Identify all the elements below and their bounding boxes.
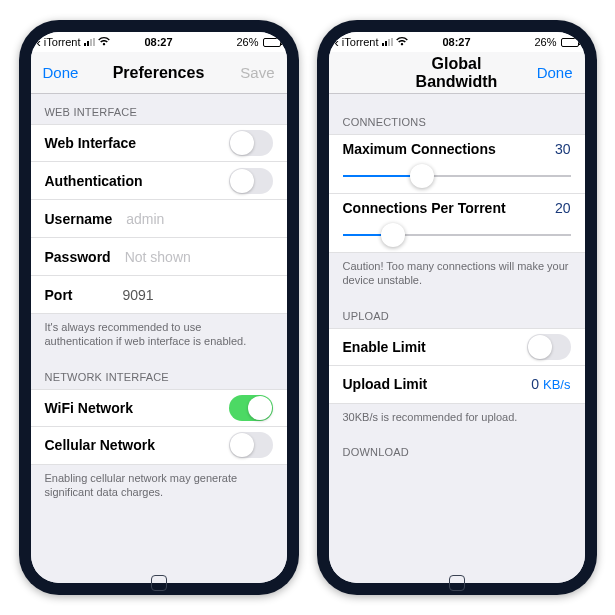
row-port[interactable]: Port 9091 bbox=[31, 276, 287, 314]
back-caret-icon: ‹ bbox=[37, 35, 41, 50]
upload-limit-value: 0 bbox=[531, 376, 539, 392]
status-app-name: iTorrent bbox=[342, 36, 379, 48]
wifi-icon bbox=[396, 37, 408, 48]
status-app-name: iTorrent bbox=[44, 36, 81, 48]
back-caret-icon: ‹ bbox=[335, 35, 339, 50]
port-field[interactable]: 9091 bbox=[123, 287, 154, 303]
nav-bar: Done Preferences Save bbox=[31, 52, 287, 94]
status-bar: ‹ iTorrent 08:27 26% bbox=[31, 32, 287, 52]
phone-frame-right: ‹ iTorrent 08:27 26% Global Bandwidth Do… bbox=[317, 20, 597, 595]
section-header-download: DOWNLOAD bbox=[329, 434, 585, 458]
row-web-interface: Web Interface bbox=[31, 124, 287, 162]
wifi-icon bbox=[98, 37, 110, 48]
row-enable-limit: Enable Limit bbox=[329, 328, 585, 366]
content-area: WEB INTERFACE Web Interface Authenticati… bbox=[31, 94, 287, 583]
phone-frame-left: ‹ iTorrent 08:27 26% Done Preferences Sa… bbox=[19, 20, 299, 595]
row-authentication: Authentication bbox=[31, 162, 287, 200]
battery-percent: 26% bbox=[236, 36, 258, 48]
username-field[interactable]: admin bbox=[126, 211, 164, 227]
section-header-upload: UPLOAD bbox=[329, 298, 585, 328]
conn-per-torrent-value: 20 bbox=[555, 200, 571, 216]
home-button[interactable] bbox=[446, 585, 468, 593]
section-header-connections: CONNECTIONS bbox=[329, 94, 585, 134]
max-connections-label: Maximum Connections bbox=[343, 141, 555, 157]
signal-icon bbox=[382, 38, 393, 46]
max-connections-slider[interactable] bbox=[343, 163, 571, 189]
upload-limit-label: Upload Limit bbox=[343, 376, 532, 392]
wifi-toggle[interactable] bbox=[229, 395, 273, 421]
status-bar: ‹ iTorrent 08:27 26% bbox=[329, 32, 585, 52]
nav-bar: Global Bandwidth Done bbox=[329, 52, 585, 94]
web-footer: It's always recommended to use authentic… bbox=[31, 314, 287, 359]
signal-icon bbox=[84, 38, 95, 46]
row-username[interactable]: Username admin bbox=[31, 200, 287, 238]
web-interface-label: Web Interface bbox=[45, 135, 229, 151]
done-button[interactable]: Done bbox=[43, 64, 93, 81]
home-button[interactable] bbox=[148, 585, 170, 593]
row-password[interactable]: Password Not shown bbox=[31, 238, 287, 276]
screen-right: ‹ iTorrent 08:27 26% Global Bandwidth Do… bbox=[329, 32, 585, 583]
password-label: Password bbox=[45, 249, 111, 265]
web-interface-toggle[interactable] bbox=[229, 130, 273, 156]
conn-per-torrent-label: Connections Per Torrent bbox=[343, 200, 555, 216]
port-label: Port bbox=[45, 287, 73, 303]
page-title: Global Bandwidth bbox=[391, 55, 523, 91]
battery-percent: 26% bbox=[534, 36, 556, 48]
connections-footer: Caution! Too many connections will make … bbox=[329, 253, 585, 298]
row-conn-per-torrent: Connections Per Torrent 20 bbox=[329, 194, 585, 253]
conn-per-torrent-slider[interactable] bbox=[343, 222, 571, 248]
section-header-web: WEB INTERFACE bbox=[31, 94, 287, 124]
content-area: CONNECTIONS Maximum Connections 30 Conne… bbox=[329, 94, 585, 583]
section-header-network: NETWORK INTERFACE bbox=[31, 359, 287, 389]
network-footer: Enabling cellular network may generate s… bbox=[31, 465, 287, 510]
wifi-label: WiFi Network bbox=[45, 400, 229, 416]
upload-footer: 30KB/s is recommended for upload. bbox=[329, 404, 585, 434]
status-time: 08:27 bbox=[442, 36, 470, 48]
battery-icon bbox=[261, 38, 281, 47]
row-max-connections: Maximum Connections 30 bbox=[329, 134, 585, 194]
page-title: Preferences bbox=[93, 64, 225, 82]
status-time: 08:27 bbox=[144, 36, 172, 48]
authentication-toggle[interactable] bbox=[229, 168, 273, 194]
row-cellular: Cellular Network bbox=[31, 427, 287, 465]
battery-icon bbox=[559, 38, 579, 47]
row-upload-limit[interactable]: Upload Limit 0 KB/s bbox=[329, 366, 585, 404]
cellular-label: Cellular Network bbox=[45, 437, 229, 453]
username-label: Username bbox=[45, 211, 113, 227]
done-button[interactable]: Done bbox=[523, 64, 573, 81]
max-connections-value: 30 bbox=[555, 141, 571, 157]
cellular-toggle[interactable] bbox=[229, 432, 273, 458]
upload-limit-unit: KB/s bbox=[543, 377, 570, 392]
password-field[interactable]: Not shown bbox=[125, 249, 191, 265]
row-wifi: WiFi Network bbox=[31, 389, 287, 427]
authentication-label: Authentication bbox=[45, 173, 229, 189]
enable-limit-label: Enable Limit bbox=[343, 339, 527, 355]
screen-left: ‹ iTorrent 08:27 26% Done Preferences Sa… bbox=[31, 32, 287, 583]
save-button[interactable]: Save bbox=[225, 64, 275, 81]
enable-limit-toggle[interactable] bbox=[527, 334, 571, 360]
